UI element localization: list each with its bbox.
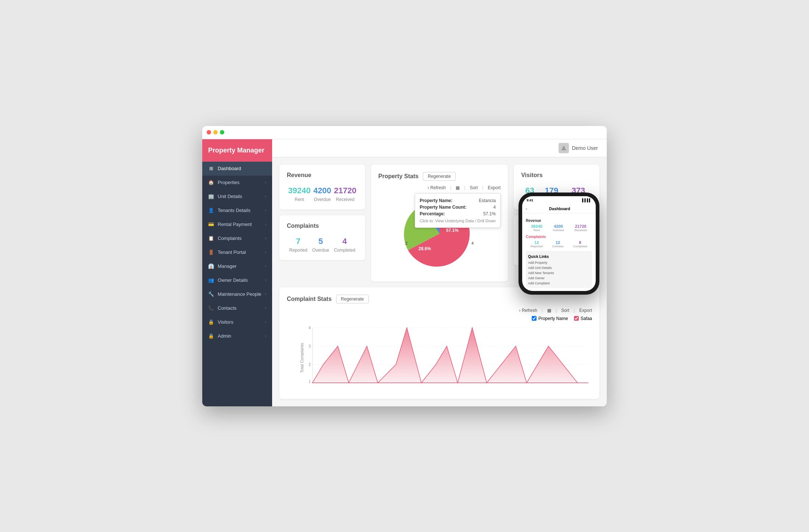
phone-link-tenants[interactable]: Add New Tenants bbox=[528, 270, 590, 276]
phone-link-complaint[interactable]: Add Complaint bbox=[528, 281, 590, 286]
tooltip-count-value: 4 bbox=[493, 205, 496, 210]
sidebar-item-label: Contacts bbox=[218, 305, 236, 311]
export-button[interactable]: Export bbox=[488, 185, 501, 190]
refresh-icon[interactable]: › Refresh bbox=[428, 185, 446, 190]
revenue-stats: 39240 Rent 4200 Overdue 21720 Received bbox=[287, 186, 358, 202]
tooltip-property-value: Estancia bbox=[479, 198, 496, 203]
phone-received-label: Received bbox=[574, 229, 587, 232]
phone-link-owner[interactable]: Add Owner bbox=[528, 276, 590, 281]
sidebar-item-owner[interactable]: 👥 Owner Details › bbox=[202, 273, 272, 287]
received-stat: 21720 Received bbox=[334, 186, 356, 202]
phone-mockup: 9:41 ▐▐▐ ▌ ‹ Dashboard bbox=[518, 193, 599, 295]
received-label: Received bbox=[334, 197, 356, 202]
user-name: Demo User bbox=[572, 145, 598, 151]
sidebar-item-tenants[interactable]: 👤 Tenants Details › bbox=[202, 204, 272, 218]
chevron-right-icon: › bbox=[265, 236, 266, 240]
chart-legend: Property Name Safaa bbox=[287, 316, 592, 321]
left-column: Revenue 39240 Rent 4200 Overdue bbox=[279, 165, 365, 281]
phone-rent-value: 39240 bbox=[531, 224, 542, 229]
maximize-button[interactable] bbox=[220, 130, 224, 134]
sidebar-item-contacts[interactable]: 📞 Contacts › bbox=[202, 301, 272, 315]
comp-stats-title: Complaint Stats bbox=[287, 296, 332, 302]
y-axis-label: Total Complaints bbox=[300, 343, 304, 373]
legend-property: Property Name bbox=[532, 316, 568, 321]
property-stats-card: Property Stats Regenerate › Refresh | ▦ … bbox=[371, 165, 508, 281]
sidebar-item-tenant-portal[interactable]: 🚪 Tenant Portal › bbox=[202, 245, 272, 259]
pie-chart-container: 57.1% 28.6% 14.3% 1 2 4 Property Name: bbox=[378, 193, 500, 274]
prop-stats-title: Property Stats bbox=[378, 173, 418, 180]
legend-safaa-checkbox[interactable] bbox=[574, 316, 579, 321]
sidebar-item-unit-details[interactable]: 🏢 Unit Details › bbox=[202, 190, 272, 204]
close-button[interactable] bbox=[207, 130, 211, 134]
traffic-lights bbox=[207, 130, 224, 134]
legend-property-checkbox[interactable] bbox=[532, 316, 537, 321]
received-value: 21720 bbox=[334, 186, 356, 195]
tooltip-property-label: Property Name: bbox=[420, 198, 452, 203]
svg-text:57.1%: 57.1% bbox=[446, 228, 459, 233]
chevron-right-icon: › bbox=[265, 180, 266, 184]
complaint-regenerate-button[interactable]: Regenerate bbox=[336, 295, 369, 303]
properties-card: Properties 12 Vacant 9:41 ▐▐ bbox=[514, 215, 599, 265]
sidebar-item-label: Unit Details bbox=[218, 194, 242, 199]
phone-comp-reported: 12 bbox=[531, 240, 543, 245]
chevron-right-icon: › bbox=[265, 194, 266, 198]
phone-back-button[interactable]: ‹ bbox=[526, 206, 527, 211]
sidebar-item-label: Tenants Details bbox=[218, 208, 250, 213]
sidebar-item-label: Maintenance People bbox=[218, 291, 261, 297]
tooltip-pct-label: Percentage: bbox=[420, 211, 445, 216]
rent-label: Rent bbox=[288, 197, 311, 202]
comp-bar-icon[interactable]: ▦ bbox=[547, 308, 551, 313]
revenue-title: Revenue bbox=[287, 172, 358, 179]
phone-overdue-label: Overdue bbox=[553, 229, 564, 232]
tooltip-pct-value: 57.1% bbox=[483, 211, 496, 216]
completed-label: Completed bbox=[334, 248, 355, 253]
sidebar-item-complaints[interactable]: 📋 Complaints › bbox=[202, 231, 272, 245]
legend-safaa: Safaa bbox=[574, 316, 592, 321]
phone-revenue-stats: 39240 Rent 4200 Overdue bbox=[526, 224, 592, 232]
properties-icon: 🏠 bbox=[208, 180, 214, 186]
complaints-title: Complaints bbox=[287, 223, 358, 229]
sidebar-item-manager[interactable]: 👔 Manager › bbox=[202, 259, 272, 273]
phone-overdue-value: 4200 bbox=[553, 224, 564, 229]
sidebar-item-admin[interactable]: 🔒 Admin › bbox=[202, 329, 272, 343]
phone-rent-label: Rent bbox=[531, 229, 542, 232]
svg-text:2: 2 bbox=[405, 241, 407, 245]
sidebar-nav: ⊞ Dashboard 🏠 Properties › 🏢 Unit Detail… bbox=[202, 162, 272, 406]
bar-chart-icon[interactable]: ▦ bbox=[456, 185, 460, 190]
chevron-right-icon: › bbox=[265, 334, 266, 338]
phone-comp-overdue-label: Overdue bbox=[552, 245, 564, 248]
sidebar-item-rental[interactable]: 💳 Rental Payment › bbox=[202, 218, 272, 231]
legend-property-label: Property Name bbox=[538, 316, 568, 321]
sort-button[interactable]: Sort bbox=[470, 185, 478, 190]
svg-text:28.6%: 28.6% bbox=[418, 246, 431, 251]
sidebar-item-properties[interactable]: 🏠 Properties › bbox=[202, 176, 272, 190]
regenerate-button[interactable]: Regenerate bbox=[423, 172, 456, 181]
chevron-right-icon: › bbox=[265, 320, 266, 324]
tooltip-drill-note: Click to: View Underlying Data / Drill D… bbox=[420, 219, 496, 223]
phone-link-property[interactable]: Add Property bbox=[528, 260, 590, 265]
owner-icon: 👥 bbox=[208, 277, 214, 283]
manager-icon: 👔 bbox=[208, 263, 214, 269]
comp-refresh-icon[interactable]: › Refresh bbox=[519, 308, 537, 313]
sidebar-item-label: Visitors bbox=[218, 319, 233, 325]
sidebar-item-label: Owner Details bbox=[218, 277, 248, 283]
unit-icon: 🏢 bbox=[208, 194, 214, 200]
comp-stats-header: Complaint Stats Regenerate bbox=[287, 295, 592, 303]
sidebar-item-label: Admin bbox=[218, 333, 231, 339]
overdue-label: Overdue bbox=[313, 197, 331, 202]
rental-icon: 💳 bbox=[208, 222, 214, 227]
app-layout: Property Manager ⊞ Dashboard 🏠 Propertie… bbox=[202, 139, 607, 406]
minimize-button[interactable] bbox=[213, 130, 218, 134]
phone-link-unit[interactable]: Add Unit Details bbox=[528, 265, 590, 270]
sidebar-item-visitors[interactable]: 🔒 Visitors › bbox=[202, 315, 272, 329]
phone-complaints-stats: 12 Reported 12 Overdue bbox=[526, 240, 592, 248]
comp-sort-button[interactable]: Sort bbox=[561, 308, 569, 313]
comp-overdue-stat: 5 Overdue bbox=[312, 237, 329, 253]
comp-export-button[interactable]: Export bbox=[579, 308, 592, 313]
sidebar-item-maintenance[interactable]: 🔧 Maintenance People › bbox=[202, 287, 272, 301]
complaints-icon: 📋 bbox=[208, 236, 214, 241]
sidebar-item-dashboard[interactable]: ⊞ Dashboard bbox=[202, 162, 272, 176]
rent-value: 39240 bbox=[288, 186, 311, 195]
sidebar-header: Property Manager bbox=[202, 139, 272, 162]
phone-quick-links-title: Quick Links bbox=[528, 255, 590, 259]
